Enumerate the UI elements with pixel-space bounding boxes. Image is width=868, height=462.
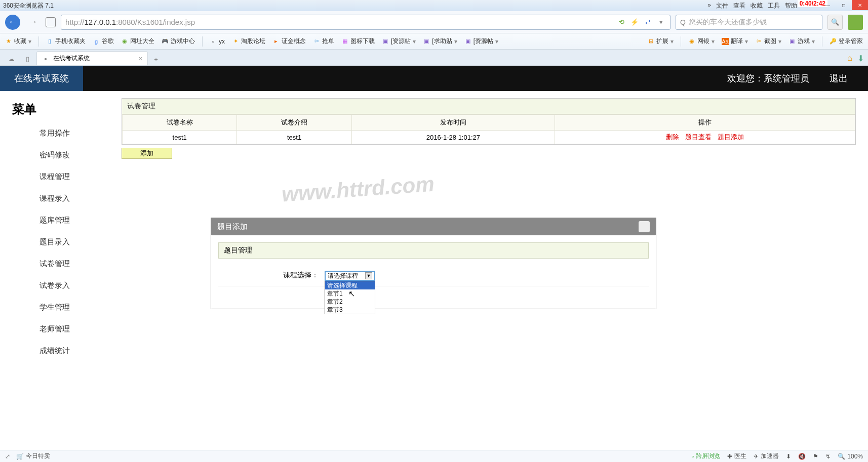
dropdown-icon[interactable]: ▾ [656, 17, 666, 27]
bookmark-help[interactable]: ▣[求助贴 ▾ [423, 37, 457, 46]
home-icon[interactable]: ⌂ [847, 54, 852, 63]
folder-icon: ▣ [382, 38, 389, 45]
bookmark-forum[interactable]: ✦淘股论坛 [232, 37, 265, 46]
bookmark-yx[interactable]: ▫yx [210, 38, 225, 45]
menu-exam-entry[interactable]: 试卷录入 [0, 275, 109, 297]
phone-icon: ▯ [46, 38, 53, 45]
search-button[interactable]: 🔍 [827, 15, 843, 30]
menu-course-entry[interactable]: 课程录入 [0, 188, 109, 209]
new-tab-button[interactable]: + [150, 53, 162, 65]
url-bar[interactable]: http:// 127.0.0.1 :8080/Ks1601/index.jsp… [61, 15, 670, 30]
menu-question-entry[interactable]: 题目录入 [0, 231, 109, 253]
bookmark-bar: ★收藏 ▾ ▯手机收藏夹 g谷歌 ◉网址大全 🎮游戏中心 ▫yx ✦淘股论坛 ▸… [0, 33, 868, 50]
speed-icon[interactable]: ⇄ [643, 17, 653, 27]
bank-button[interactable]: ◉网银 ▾ [688, 36, 715, 47]
refresh-icon[interactable]: ⟲ [616, 17, 626, 27]
image-icon: ▦ [341, 38, 348, 45]
forward-button[interactable]: → [25, 15, 41, 30]
maximize-button[interactable]: □ [836, 0, 852, 10]
menu-teacher-mgmt[interactable]: 老师管理 [0, 318, 109, 340]
dialog-title: 题目添加 [217, 222, 248, 232]
cart-icon: 🛒 [16, 453, 24, 460]
bookmark-games[interactable]: 🎮游戏中心 [162, 37, 195, 46]
bookmark-fav[interactable]: ★收藏 ▾ [5, 37, 31, 46]
magnify-icon: 🔍 [831, 18, 839, 26]
bookmark-stock[interactable]: ▸证金概念 [272, 37, 306, 46]
search-input[interactable]: Q 您买的车今天还值多少钱 [676, 15, 822, 30]
flag-icon: ▸ [272, 38, 280, 45]
menu-favorites[interactable]: 收藏 [751, 2, 763, 10]
th-time: 发布时间 [351, 115, 555, 131]
download-icon[interactable]: ⬇ [857, 54, 864, 63]
bookmark-res1[interactable]: ▣[资源帖 ▾ [382, 37, 416, 46]
browser-tab[interactable]: ▫ 在线考试系统 × [36, 51, 148, 65]
back-button[interactable]: ← [5, 15, 20, 30]
net-icon[interactable]: ↯ [825, 453, 831, 460]
status-accel[interactable]: ✈加速器 [754, 452, 779, 460]
table-header-row: 试卷名称 试卷介绍 发布时间 操作 [123, 115, 855, 131]
cloud-icon[interactable]: ☁ [4, 52, 18, 65]
dropdown-option-1[interactable]: 章节1 [325, 289, 375, 298]
cell-name: test1 [123, 131, 237, 144]
menu-course-mgmt[interactable]: 课程管理 [0, 166, 109, 188]
minimize-button[interactable]: — [819, 0, 836, 10]
menu-help[interactable]: 帮助 [785, 2, 797, 10]
menu-more[interactable]: » [707, 2, 711, 10]
user-button[interactable] [848, 15, 863, 30]
status-sale[interactable]: 🛒今日特卖 [16, 452, 50, 460]
menu-password[interactable]: 密码修改 [0, 144, 109, 166]
mute-icon[interactable]: 🔇 [798, 453, 806, 460]
dropdown-option-2[interactable]: 章节2 [325, 298, 375, 306]
translate-button[interactable]: Aa翻译 ▾ [722, 36, 748, 47]
menu-view[interactable]: 查看 [733, 2, 745, 10]
close-button[interactable]: ✕ [852, 0, 868, 10]
bank-icon: ◉ [688, 38, 695, 45]
zoom-level[interactable]: 🔍100% [838, 453, 863, 460]
op-add[interactable]: 题目添加 [718, 133, 744, 141]
screenshot-button[interactable]: ✂截图 ▾ [755, 36, 781, 47]
dialog-icon[interactable] [639, 221, 650, 232]
dropdown-option-3[interactable]: 章节3 [325, 306, 375, 314]
th-name: 试卷名称 [123, 115, 237, 131]
flag-status-icon[interactable]: ⚑ [813, 453, 818, 460]
op-view[interactable]: 题目查看 [685, 133, 712, 141]
menu-score-stats[interactable]: 成绩统计 [0, 340, 109, 362]
menu-question-mgmt[interactable]: 题库管理 [0, 209, 109, 231]
menu-file[interactable]: 文件 [716, 2, 728, 10]
status-crossscreen[interactable]: ▫跨屏浏览 [692, 452, 720, 460]
expand-icon[interactable]: ⤢ [5, 453, 10, 460]
cell-intro: test1 [237, 131, 351, 144]
op-delete[interactable]: 删除 [666, 133, 679, 141]
page-icon: ▫ [210, 38, 217, 45]
download-status-icon[interactable]: ⬇ [786, 453, 791, 460]
add-button[interactable]: 添加 [122, 148, 172, 159]
shield-icon[interactable] [46, 17, 56, 27]
status-doctor[interactable]: ✚医生 [727, 452, 746, 460]
bookmark-grab[interactable]: ✂抢单 [313, 37, 334, 46]
menu-exam-mgmt[interactable]: 试卷管理 [0, 253, 109, 275]
login-manager-button[interactable]: 🔑登录管家 [830, 36, 863, 47]
html-icon[interactable]: ▯ [20, 52, 34, 65]
logout-link[interactable]: 退出 [830, 72, 868, 85]
menu-tools[interactable]: 工具 [768, 2, 780, 10]
menu-student-mgmt[interactable]: 学生管理 [0, 297, 109, 318]
tab-bar: ☁ ▯ ▫ 在线考试系统 × + ⌂ ⬇ [0, 50, 868, 66]
bookmark-google[interactable]: g谷歌 [93, 37, 114, 46]
content-area: 试卷管理 试卷名称 试卷介绍 发布时间 操作 test1 test1 2016-… [109, 91, 868, 445]
game-button[interactable]: ▣游戏 ▾ [788, 36, 815, 47]
bookmark-sites[interactable]: ◉网址大全 [121, 37, 154, 46]
tab-title: 在线考试系统 [53, 54, 90, 63]
dropdown-option-placeholder[interactable]: 请选择课程 [325, 281, 375, 289]
form-row-course: 课程选择： 请选择课程 ▼ 请选择课程 章节1 章节2 章节3 ↖ [218, 266, 649, 286]
flash-icon[interactable]: ⚡ [629, 17, 640, 27]
puzzle-icon: ⊞ [647, 38, 654, 45]
tab-close-icon[interactable]: × [139, 55, 142, 62]
bookmark-res2[interactable]: ▣[资源帖 ▾ [464, 37, 498, 46]
dialog-header[interactable]: 题目添加 [211, 218, 656, 235]
bookmark-icons[interactable]: ▦图标下载 [341, 37, 375, 46]
search-icon: Q [680, 18, 686, 26]
bookmark-mobile[interactable]: ▯手机收藏夹 [46, 37, 86, 46]
course-select[interactable]: 请选择课程 ▼ [325, 271, 375, 281]
url-path: :8080/Ks1601/index.jsp [116, 18, 195, 26]
ext-button[interactable]: ⊞扩展 ▾ [647, 36, 674, 47]
